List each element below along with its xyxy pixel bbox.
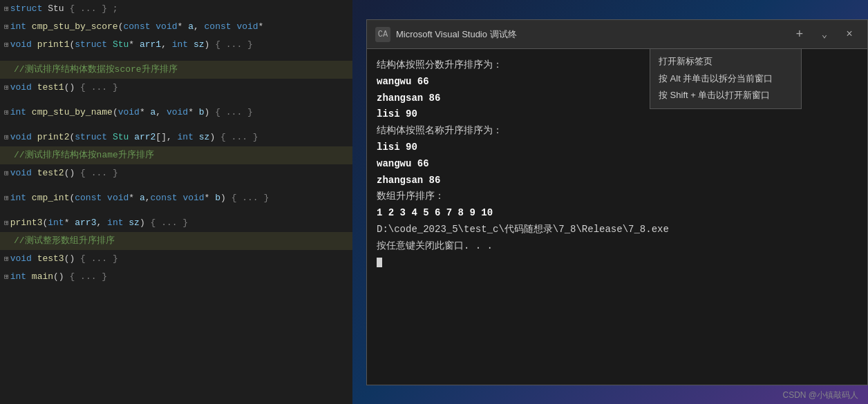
close-terminal-button[interactable]: × — [840, 25, 859, 44]
output-line-10: 1 2 3 4 5 6 7 8 9 10 — [377, 205, 858, 222]
expand-icon-6[interactable]: ⊞ — [4, 130, 9, 145]
terminal-app-icon: CA — [375, 27, 390, 42]
expand-icon-2[interactable]: ⊞ — [4, 19, 9, 35]
code-line-cmp-score: ⊞ int cmp_stu_by_score ( const void * a … — [0, 18, 352, 36]
code-line-print3: ⊞ print3 ( int * arr3 , int sz ) { ... } — [0, 214, 352, 232]
terminal-titlebar: CA Microsoft Visual Studio 调试终 + ⌄ × — [367, 20, 867, 49]
output-line-5: 结构体按照名称升序排序为： — [377, 123, 858, 140]
expand-icon-8[interactable]: ⊞ — [4, 191, 9, 206]
new-tab-button[interactable]: + — [790, 25, 809, 44]
terminal-title: Microsoft Visual Studio 调试终 — [396, 28, 784, 41]
chevron-down-button[interactable]: ⌄ — [815, 25, 834, 44]
context-menu: 打开新标签页 按 Alt 并单击以拆分当前窗口 按 Shift + 单击以打开新… — [650, 48, 802, 109]
context-menu-item-3[interactable]: 按 Shift + 单击以打开新窗口 — [659, 87, 793, 104]
keyword-struct: struct — [10, 1, 43, 17]
footer-label: CSDN @小镇敲码人 — [782, 390, 858, 400]
blank-2 — [0, 97, 352, 104]
output-line-8: zhangsan 86 — [377, 173, 858, 189]
expand-icon-10[interactable]: ⊞ — [4, 251, 9, 267]
expand-icon[interactable]: ⊞ — [4, 1, 9, 17]
code-line-struct: ⊞ struct Stu { ... } ; — [0, 0, 352, 18]
code-line-test1: ⊞ void test1 () { ... } — [0, 79, 352, 97]
comment-int-sort: //测试整形数组升序排序 — [0, 232, 352, 250]
code-line-test2: ⊞ void test2 () { ... } — [0, 164, 352, 182]
blank-5 — [0, 207, 352, 214]
blank-1 — [0, 54, 352, 61]
expand-icon-9[interactable]: ⊞ — [4, 215, 9, 231]
comment-name-sort: //测试排序结构体按name升序排序 — [0, 146, 352, 164]
code-line-cmp-int: ⊞ int cmp_int ( const void * a , const v… — [0, 189, 352, 207]
code-line-print2: ⊞ void print2 ( struct Stu arr2 [], int … — [0, 128, 352, 146]
expand-icon-7[interactable]: ⊞ — [4, 166, 9, 181]
expand-icon-5[interactable]: ⊞ — [4, 105, 9, 120]
expand-icon-4[interactable]: ⊞ — [4, 80, 9, 95]
blank-3 — [0, 122, 352, 128]
expand-icon-11[interactable]: ⊞ — [4, 269, 9, 285]
code-line-main: ⊞ int main () { ... } — [0, 268, 352, 286]
output-line-7: wangwu 66 — [377, 156, 858, 173]
output-line-9: 数组升序排序： — [377, 189, 858, 205]
code-line-print1: ⊞ void print1 ( struct Stu * arr1 , int … — [0, 36, 352, 54]
expand-icon-3[interactable]: ⊞ — [4, 37, 9, 52]
output-line-11: D:\code_2023_5\test_c\代码随想录\7_8\Release\… — [377, 222, 858, 238]
code-editor: ⊞ struct Stu { ... } ; ⊞ int cmp_stu_by_… — [0, 0, 352, 404]
terminal-cursor — [377, 258, 382, 267]
context-menu-item-1[interactable]: 打开新标签页 — [659, 53, 793, 70]
blank-4 — [0, 182, 352, 189]
output-line-6: lisi 90 — [377, 140, 858, 156]
comment-score-sort: //测试排序结构体数据按score升序排序 — [0, 61, 352, 79]
footer-bar: CSDN @小镇敲码人 — [366, 387, 868, 404]
code-line-test3: ⊞ void test3 () { ... } — [0, 250, 352, 268]
code-line-cmp-name: ⊞ int cmp_stu_by_name ( void * a , void … — [0, 104, 352, 122]
output-line-12: 按任意键关闭此窗口. . . — [377, 238, 858, 255]
context-menu-item-2[interactable]: 按 Alt 并单击以拆分当前窗口 — [659, 70, 793, 88]
